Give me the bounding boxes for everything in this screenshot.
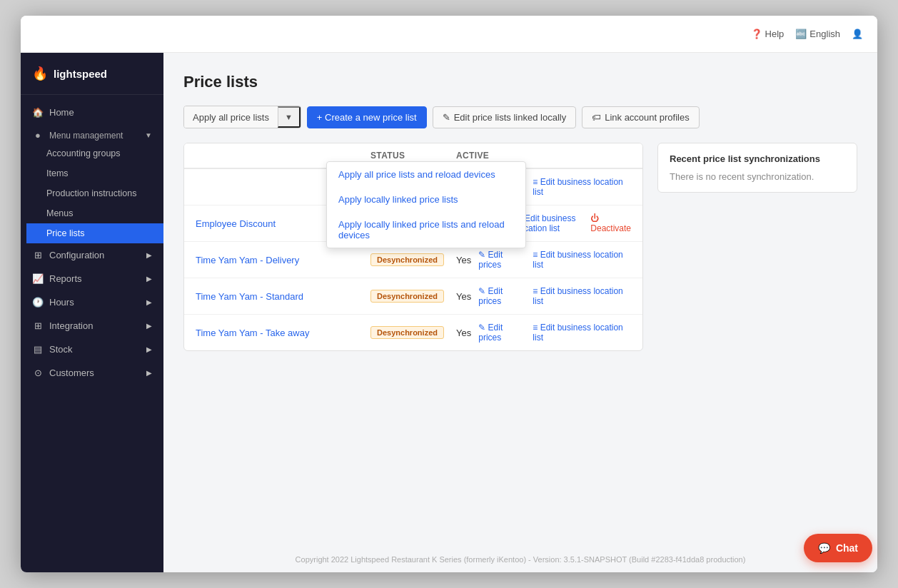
help-button[interactable]: ❓ Help [751, 29, 785, 39]
customers-icon: ⊙ [32, 368, 44, 378]
row-status-4: Desynchronized [370, 326, 456, 339]
content-area: Price lists Apply all price lists ▼ + Cr… [163, 53, 877, 572]
sidebar-item-items[interactable]: Items [26, 163, 163, 183]
sync-panel: Recent price list synchronizations There… [657, 143, 857, 351]
apply-split-button: Apply all price lists ▼ [183, 106, 301, 128]
menu-icon: ● [32, 130, 44, 141]
footer: Copyright 2022 Lightspeed Restaurant K S… [163, 547, 877, 572]
link-profiles-button[interactable]: 🏷 Link account profiles [582, 106, 700, 128]
create-price-list-button[interactable]: + Create a new price list [307, 106, 427, 128]
edit-linked-button[interactable]: ✎ Edit price lists linked locally [433, 106, 577, 128]
edit-location-link-0[interactable]: ≡ Edit business location list [533, 177, 631, 197]
edit-prices-link-3[interactable]: ✎ Edit prices [478, 286, 525, 306]
logo: 🔥 lightspeed [21, 53, 163, 95]
chevron-right-icon3: ▶ [146, 298, 152, 306]
deactivate-link-1[interactable]: ⏻ Deactivate [590, 213, 631, 233]
edit-prices-link-4[interactable]: ✎ Edit prices [478, 323, 525, 343]
sidebar-item-customers[interactable]: ⊙ Customers ▶ [21, 361, 163, 385]
hours-icon: 🕐 [32, 297, 44, 308]
sidebar-item-stock[interactable]: ▤ Stock ▶ [21, 338, 163, 361]
header-name [196, 151, 370, 161]
menu-sub-items: Accounting groups Items Production instr… [21, 143, 163, 243]
language-button[interactable]: 🔤 English [795, 29, 840, 39]
sidebar-item-home[interactable]: 🏠 Home [21, 101, 163, 124]
sidebar-item-integration[interactable]: ⊞ Integration ▶ [21, 314, 163, 338]
user-button[interactable]: 👤 [852, 29, 863, 39]
flame-icon: 🔥 [32, 66, 48, 81]
tag-icon: 🏷 [592, 112, 601, 123]
chevron-right-icon4: ▶ [146, 322, 152, 330]
chevron-right-icon: ▶ [146, 251, 152, 259]
header-active: Active [456, 151, 631, 161]
sync-panel-message: There is no recent synchronization. [670, 171, 845, 182]
sidebar-item-production-instructions[interactable]: Production instructions [26, 183, 163, 203]
apply-dropdown: Apply all price lists and reload devices… [326, 161, 526, 248]
edit-location-link-1[interactable]: ≡ Edit business location list [518, 213, 584, 233]
row-actions-4: Yes ✎ Edit prices ≡ Edit business locati… [456, 323, 631, 343]
reports-icon: 📈 [32, 273, 44, 284]
row-name-4[interactable]: Time Yam Yam - Take away [196, 328, 370, 338]
language-icon: 🔤 [795, 29, 807, 39]
header-status: Status [370, 151, 456, 161]
chevron-right-icon6: ▶ [146, 369, 152, 377]
page-title: Price lists [183, 73, 857, 91]
table-row: Time Yam Yam - Take away Desynchronized … [184, 315, 642, 350]
apply-price-lists-button[interactable]: Apply all price lists [184, 106, 278, 128]
help-icon: ❓ [751, 29, 762, 39]
table-row: Time Yam Yam - Standard Desynchronized Y… [184, 278, 642, 315]
chevron-down-icon: ▼ [145, 131, 152, 139]
row-status-2: Desynchronized [370, 253, 456, 266]
edit-location-link-4[interactable]: ≡ Edit business location list [533, 323, 631, 343]
chevron-right-icon2: ▶ [146, 275, 152, 283]
row-actions-2: Yes ✎ Edit prices ≡ Edit business locati… [456, 250, 631, 270]
chat-icon: 💬 [818, 542, 830, 554]
sidebar-item-menu-management[interactable]: ● Menu management ▼ [21, 124, 163, 143]
sidebar-item-accounting-groups[interactable]: Accounting groups [26, 143, 163, 163]
edit-location-link-3[interactable]: ≡ Edit business location list [533, 286, 631, 306]
sidebar-nav: 🏠 Home ● Menu management ▼ Accounting gr… [21, 95, 163, 390]
sync-panel-title: Recent price list synchronizations [670, 153, 845, 164]
chat-button[interactable]: 💬 Chat [804, 534, 872, 562]
home-icon: 🏠 [32, 107, 44, 118]
toolbar: Apply all price lists ▼ + Create a new p… [183, 106, 857, 128]
row-actions-3: Yes ✎ Edit prices ≡ Edit business locati… [456, 286, 631, 306]
sidebar-item-reports[interactable]: 📈 Reports ▶ [21, 267, 163, 290]
sidebar: 🔥 lightspeed 🏠 Home ● Menu management ▼ … [21, 53, 163, 572]
configuration-icon: ⊞ [32, 250, 44, 260]
topbar: ❓ Help 🔤 English 👤 [21, 16, 877, 53]
edit-icon: ✎ [443, 112, 450, 123]
integration-icon: ⊞ [32, 320, 44, 331]
dropdown-item-2[interactable]: Apply locally linked price lists [327, 187, 525, 212]
sidebar-item-hours[interactable]: 🕐 Hours ▶ [21, 290, 163, 314]
edit-location-link-2[interactable]: ≡ Edit business location list [533, 250, 631, 270]
dropdown-item-1[interactable]: Apply all price lists and reload devices [327, 162, 525, 187]
edit-prices-link-2[interactable]: ✎ Edit prices [478, 250, 525, 270]
sidebar-item-price-lists[interactable]: Price lists [26, 223, 163, 243]
apply-dropdown-arrow[interactable]: ▼ [278, 106, 301, 128]
sidebar-item-menus[interactable]: Menus [26, 203, 163, 223]
row-status-3: Desynchronized [370, 290, 456, 303]
row-name-3[interactable]: Time Yam Yam - Standard [196, 291, 370, 302]
user-icon: 👤 [852, 29, 863, 39]
chevron-right-icon5: ▶ [146, 345, 152, 353]
sidebar-item-configuration[interactable]: ⊞ Configuration ▶ [21, 243, 163, 267]
row-name-2[interactable]: Time Yam Yam - Delivery [196, 255, 370, 265]
stock-icon: ▤ [32, 344, 44, 355]
dropdown-item-3[interactable]: Apply locally linked price lists and rel… [327, 212, 525, 248]
